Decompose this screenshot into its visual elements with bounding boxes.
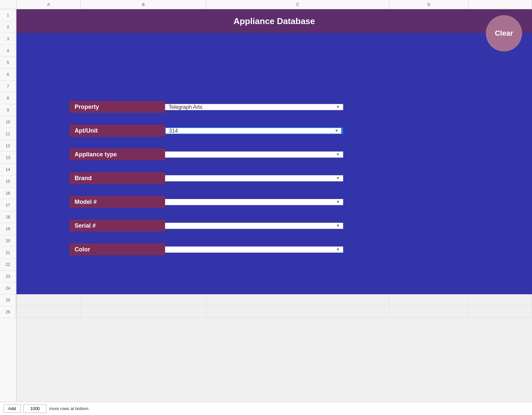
cell-5-c	[206, 57, 389, 68]
row-num-26: 26	[0, 306, 16, 318]
cell-4-d	[389, 45, 469, 56]
cell-26-d	[389, 306, 469, 318]
color-select[interactable]	[165, 246, 343, 253]
property-select-wrapper: Telegraph Arts	[165, 104, 343, 110]
cell-3-b	[81, 33, 206, 45]
row-num-18: 18	[0, 211, 16, 223]
row-num-11: 11	[0, 128, 16, 140]
col-header-d: D	[389, 0, 469, 9]
serial-num-row: Serial #	[69, 220, 343, 232]
property-select[interactable]: Telegraph Arts	[165, 104, 343, 110]
cell-24-c	[206, 282, 389, 294]
cell-22-d	[389, 259, 469, 270]
grid-row-7	[17, 80, 532, 92]
cell-15-rest	[469, 176, 532, 187]
col-header-a: A	[17, 0, 81, 9]
brand-label: Brand	[69, 172, 165, 184]
rows-count-input[interactable]	[23, 404, 47, 413]
appliance-type-select[interactable]	[165, 151, 343, 158]
cell-19-rest	[469, 223, 532, 235]
cell-26-b	[81, 306, 206, 318]
row-num-12: 12	[0, 140, 16, 152]
cell-25-c	[206, 294, 389, 306]
row-num-23: 23	[0, 271, 16, 282]
cell-25-d	[389, 294, 469, 306]
cell-7-d	[389, 80, 469, 92]
cell-17-rest	[469, 199, 532, 211]
cell-22-b	[81, 259, 206, 270]
cell-9-rest	[469, 104, 532, 116]
grid-row-3	[17, 33, 532, 45]
cell-26-a	[17, 306, 81, 318]
row-num-17: 17	[0, 199, 16, 211]
cell-3-a	[17, 33, 81, 45]
title-bar: Appliance Database	[17, 9, 532, 33]
grid-row-5	[17, 57, 532, 69]
cell-17-d	[389, 199, 469, 211]
appliance-type-row: Appliance type	[69, 148, 343, 160]
row-num-15: 15	[0, 176, 16, 187]
row-num-20: 20	[0, 235, 16, 247]
bottom-bar: Add more rows at bottom.	[0, 402, 532, 415]
grid-row-25	[17, 294, 532, 306]
serial-num-label: Serial #	[69, 220, 165, 232]
grid-area	[17, 9, 532, 415]
cell-9-d	[389, 104, 469, 116]
model-num-select[interactable]	[165, 199, 343, 205]
cell-6-b	[81, 69, 206, 80]
cell-6-rest	[469, 69, 532, 80]
apt-unit-select-wrapper: 314	[165, 127, 343, 134]
cell-4-a	[17, 45, 81, 56]
apt-unit-select[interactable]: 314	[165, 127, 343, 134]
cell-6-c	[206, 69, 389, 80]
col-header-b: B	[81, 0, 206, 9]
cell-4-b	[81, 45, 206, 56]
cell-23-b	[81, 271, 206, 282]
cell-24-d	[389, 282, 469, 294]
row-num-9: 9	[0, 104, 16, 116]
row-num-7: 7	[0, 80, 16, 92]
cell-16-d	[389, 187, 469, 199]
appliance-type-select-wrapper	[165, 151, 343, 158]
sheet-content: Appliance Database Clear Property Telegr…	[17, 9, 532, 415]
cell-25-b	[81, 294, 206, 306]
cell-26-rest	[469, 306, 532, 318]
row-num-6: 6	[0, 69, 16, 80]
cell-25-a	[17, 294, 81, 306]
grid-row-6	[17, 69, 532, 80]
row-num-5: 5	[0, 57, 16, 69]
row-num-1: 1	[0, 9, 16, 21]
grid-row-24	[17, 282, 532, 294]
color-select-wrapper	[165, 246, 343, 253]
cell-22-rest	[469, 259, 532, 270]
cell-20-d	[389, 235, 469, 246]
cell-6-a	[17, 69, 81, 80]
cell-24-a	[17, 282, 81, 294]
cell-16-rest	[469, 187, 532, 199]
row-numbers: 1234567891011121314151617181920212223242…	[0, 9, 17, 415]
cell-23-c	[206, 271, 389, 282]
cell-10-d	[389, 116, 469, 128]
grid-row-23	[17, 271, 532, 282]
cell-10-rest	[469, 116, 532, 128]
cell-25-rest	[469, 294, 532, 306]
property-row: Property Telegraph Arts	[69, 101, 343, 113]
brand-row: Brand	[69, 172, 343, 184]
color-row: Color	[69, 243, 343, 255]
cell-5-d	[389, 57, 469, 68]
model-num-label: Model #	[69, 196, 165, 208]
cell-26-c	[206, 306, 389, 318]
brand-select[interactable]	[165, 175, 343, 181]
cell-7-c	[206, 80, 389, 92]
clear-button[interactable]: Clear	[486, 15, 522, 51]
sheet-body: 1234567891011121314151617181920212223242…	[0, 9, 532, 415]
row-num-24: 24	[0, 282, 16, 294]
cell-3-c	[206, 33, 389, 45]
cell-6-d	[389, 69, 469, 80]
add-rows-button[interactable]: Add	[3, 404, 21, 413]
serial-num-select[interactable]	[165, 223, 343, 229]
row-num-14: 14	[0, 164, 16, 176]
cell-22-c	[206, 259, 389, 270]
model-num-select-wrapper	[165, 199, 343, 205]
cell-12-rest	[469, 140, 532, 151]
